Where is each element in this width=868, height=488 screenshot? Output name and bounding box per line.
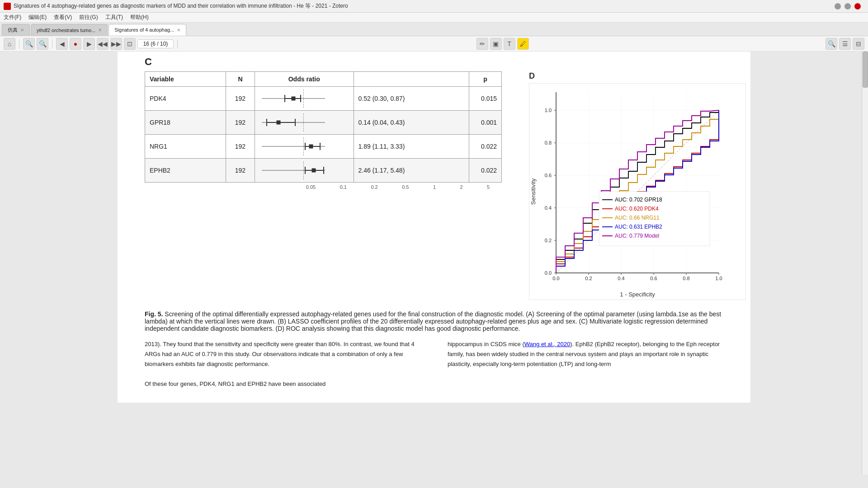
- tab-signatures-close[interactable]: ✕: [177, 28, 180, 33]
- tab-signatures-label: Signatures of 4 autophag...: [114, 27, 174, 33]
- svg-text:0.2: 0.2: [545, 238, 552, 243]
- axis-label-5: 5: [487, 184, 490, 190]
- page-scroll[interactable]: C Variable N Odds ratio p: [0, 52, 868, 488]
- svg-text:1.0: 1.0: [715, 276, 722, 281]
- menu-file[interactable]: 文件(F): [4, 14, 21, 21]
- col-forest-plot: [354, 72, 469, 87]
- tab-simulation-close[interactable]: ✕: [20, 28, 24, 33]
- tab-signatures[interactable]: Signatures of 4 autophag... ✕: [108, 24, 186, 36]
- toolbar-sidebar-btn[interactable]: ⊟: [853, 38, 864, 50]
- toolbar-zoom-in-btn[interactable]: 🔍: [37, 38, 48, 50]
- toolbar-list-btn[interactable]: ☰: [839, 38, 851, 50]
- cell-variable-ephb2: EPHB2: [145, 159, 226, 183]
- forest-plot-section: Variable N Odds ratio p PDK4 192: [145, 71, 502, 190]
- fig-text: Screening of the optimal differentially …: [145, 310, 721, 332]
- toolbar-home-btn[interactable]: ⌂: [4, 38, 15, 50]
- page-indicator: 16 (6 / 10): [137, 39, 174, 48]
- toolbar-sep2: [52, 39, 52, 48]
- svg-text:AUC: 0.631 EPHB2: AUC: 0.631 EPHB2: [615, 224, 662, 230]
- window-title: Signatures of 4 autophagy-related genes …: [14, 2, 348, 10]
- toolbar-search-btn[interactable]: 🔍: [826, 38, 837, 50]
- menu-view[interactable]: 查看(V): [54, 14, 72, 21]
- col-n: N: [226, 72, 255, 87]
- toolbar-prev-btn[interactable]: ◀: [56, 38, 68, 50]
- tab-simulation[interactable]: 仿真 ✕: [2, 24, 30, 36]
- forest-table: Variable N Odds ratio p PDK4 192: [145, 71, 502, 183]
- roc-panel: D Sensitivity 1 - Specificity 0.0: [529, 71, 746, 301]
- minimize-btn[interactable]: [835, 3, 841, 9]
- cell-ci-ephb2: 2.46 (1.17, 5.48): [354, 159, 469, 183]
- body-text-left2: Of these four genes, PDK4, NRG1 and EPHB…: [145, 380, 326, 387]
- menu-edit[interactable]: 编辑(E): [28, 14, 47, 21]
- tab-ythdf2-close[interactable]: ✕: [98, 28, 102, 33]
- cell-variable-pdk4: PDK4: [145, 87, 226, 111]
- menu-goto[interactable]: 前往(G): [79, 14, 98, 21]
- body-text-section: 2013). They found that the sensitivity a…: [145, 339, 723, 389]
- tab-ythdf2[interactable]: ythdf2 orchestrates tumo... ✕: [31, 24, 108, 36]
- menu-tools[interactable]: 工具(T): [105, 14, 123, 21]
- body-col-left: 2013). They found that the sensitivity a…: [145, 339, 420, 389]
- toolbar-fwd2-btn[interactable]: ▶▶: [110, 38, 122, 50]
- table-row: PDK4 192: [145, 87, 502, 111]
- app-icon: [4, 3, 11, 10]
- toolbar-highlight-btn[interactable]: 🖊: [517, 38, 529, 50]
- cell-variable-nrg1: NRG1: [145, 135, 226, 159]
- toolbar-back-btn[interactable]: ◀◀: [97, 38, 108, 50]
- maximize-btn[interactable]: [844, 3, 851, 9]
- figure-caption: Fig. 5. Screening of the optimal differe…: [145, 310, 723, 332]
- toolbar-fwd-btn[interactable]: ▶: [83, 38, 95, 50]
- tab-ythdf2-label: ythdf2 orchestrates tumo...: [37, 28, 95, 33]
- toolbar-zoom-out-btn[interactable]: 🔍: [23, 38, 35, 50]
- tab-bar: 仿真 ✕ ythdf2 orchestrates tumo... ✕ Signa…: [0, 23, 868, 36]
- table-row: GPR18 192: [145, 111, 502, 135]
- link-wang2020[interactable]: Wang et al., 2020: [524, 341, 570, 347]
- svg-text:0.6: 0.6: [545, 173, 552, 178]
- svg-text:0.0: 0.0: [552, 276, 559, 281]
- axis-label-02: 0.2: [371, 184, 377, 190]
- toolbar-pen-btn[interactable]: ✏: [476, 38, 488, 50]
- svg-text:AUC: 0.779 Model: AUC: 0.779 Model: [615, 233, 659, 239]
- toolbar-text-btn[interactable]: T: [504, 38, 515, 50]
- cell-p-nrg1: 0.022: [469, 135, 502, 159]
- toolbar-next-btn[interactable]: ●: [70, 38, 81, 50]
- cell-p-pdk4: 0.015: [469, 87, 502, 111]
- cell-n-ephb2: 192: [226, 159, 255, 183]
- cell-ci-nrg1: 1.89 (1.11, 3.33): [354, 135, 469, 159]
- cell-forest-pdk4: [255, 87, 354, 111]
- title-bar: Signatures of 4 autophagy-related genes …: [0, 0, 868, 13]
- toolbar-select-btn[interactable]: ▣: [490, 38, 502, 50]
- col-odds-ratio: Odds ratio: [255, 72, 354, 87]
- menu-help[interactable]: 帮助(H): [130, 14, 149, 21]
- svg-text:0.8: 0.8: [545, 140, 552, 145]
- fig-label: Fig. 5.: [145, 310, 163, 318]
- body-col-right: hippocampus in CSDS mice (Wang et al., 2…: [448, 339, 723, 389]
- axis-label-01: 0.1: [340, 184, 347, 190]
- body-text-right1: hippocampus in CSDS mice (: [448, 341, 524, 347]
- axis-label-05: 0.5: [402, 184, 409, 190]
- svg-text:Sensitivity: Sensitivity: [530, 178, 537, 205]
- content-wrapper: C Variable N Odds ratio p: [118, 52, 750, 403]
- cell-ci-gpr18: 0.14 (0.04, 0.43): [354, 111, 469, 135]
- svg-text:0.6: 0.6: [650, 276, 657, 281]
- scrollbar-thumb[interactable]: [863, 52, 868, 88]
- fig-row: Variable N Odds ratio p PDK4 192: [145, 71, 723, 301]
- axis-label-1: 1: [433, 184, 436, 190]
- svg-text:0.0: 0.0: [545, 270, 552, 276]
- body-text-left: 2013). They found that the sensitivity a…: [145, 341, 415, 367]
- toolbar: ⌂ 🔍 🔍 ◀ ● ▶ ◀◀ ▶▶ ⊡ 16 (6 / 10) ✏ ▣ T 🖊 …: [0, 36, 868, 52]
- roc-chart: Sensitivity 1 - Specificity 0.0 0.2 0.4 …: [529, 83, 746, 300]
- cell-forest-gpr18: [255, 111, 354, 135]
- svg-text:1 - Specificity: 1 - Specificity: [620, 291, 655, 298]
- table-row: NRG1 192: [145, 135, 502, 159]
- close-btn[interactable]: [854, 3, 861, 9]
- tab-simulation-label: 仿真: [8, 27, 18, 33]
- table-row: EPHB2 192: [145, 159, 502, 183]
- toolbar-sep3: [177, 39, 178, 48]
- toolbar-fit-btn[interactable]: ⊡: [124, 38, 136, 50]
- svg-text:AUC: 0.66 NRG11: AUC: 0.66 NRG11: [615, 215, 660, 221]
- scrollbar[interactable]: [862, 52, 868, 474]
- svg-text:0.8: 0.8: [683, 276, 689, 281]
- svg-text:AUC: 0.620 PDK4: AUC: 0.620 PDK4: [615, 206, 659, 212]
- svg-text:1.0: 1.0: [545, 108, 552, 113]
- cell-ci-pdk4: 0.52 (0.30, 0.87): [354, 87, 469, 111]
